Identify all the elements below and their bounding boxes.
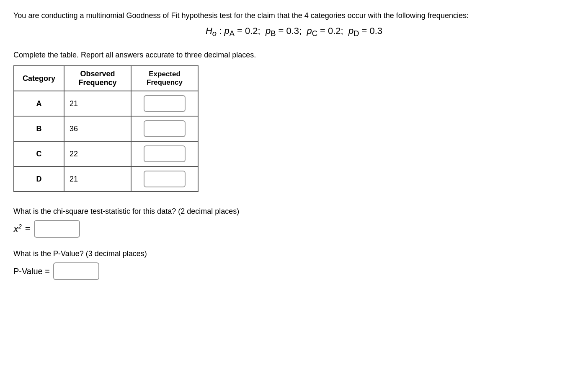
observed-b: 36 xyxy=(64,116,131,141)
table-row: B 36 xyxy=(14,116,198,141)
category-d: D xyxy=(14,166,64,192)
chi-question: What is the chi-square test-statistic fo… xyxy=(13,207,575,216)
expected-b-input[interactable] xyxy=(144,120,186,137)
expected-c-cell xyxy=(131,141,198,166)
chi-answer-input[interactable] xyxy=(34,220,80,238)
table-row: C 22 xyxy=(14,141,198,166)
hypothesis-display: Ho : pA = 0.2; pB = 0.3; pC = 0.2; pD = … xyxy=(13,26,575,38)
observed-d: 21 xyxy=(64,166,131,192)
observed-c: 22 xyxy=(64,141,131,166)
category-c: C xyxy=(14,141,64,166)
frequency-table: Category ObservedFrequency ExpectedFrequ… xyxy=(13,65,199,192)
chi-equation: x2 = xyxy=(13,220,575,238)
expected-d-cell xyxy=(131,166,198,192)
complete-instruction: Complete the table. Report all answers a… xyxy=(13,51,575,60)
table-row: A 21 xyxy=(14,91,198,116)
expected-c-input[interactable] xyxy=(144,145,186,162)
pval-equation: P-Value = xyxy=(13,262,575,280)
chi-equals: = xyxy=(25,223,31,234)
category-b: B xyxy=(14,116,64,141)
col-header-category: Category xyxy=(14,66,64,91)
chi-square-section: What is the chi-square test-statistic fo… xyxy=(13,207,575,238)
pval-label-text: P-Value = xyxy=(13,267,50,276)
table-row: D 21 xyxy=(14,166,198,192)
pval-answer-input[interactable] xyxy=(53,262,99,280)
expected-b-cell xyxy=(131,116,198,141)
category-a: A xyxy=(14,91,64,116)
expected-a-cell xyxy=(131,91,198,116)
observed-a: 21 xyxy=(64,91,131,116)
chi-symbol: x2 xyxy=(13,223,22,235)
expected-d-input[interactable] xyxy=(144,171,186,187)
pvalue-section: What is the P-Value? (3 decimal places) … xyxy=(13,249,575,280)
col-header-observed: ObservedFrequency xyxy=(64,66,131,91)
problem-intro: You are conducting a multinomial Goodnes… xyxy=(13,10,575,21)
expected-a-input[interactable] xyxy=(144,95,186,112)
col-header-expected: ExpectedFrequency xyxy=(131,66,198,91)
pval-question: What is the P-Value? (3 decimal places) xyxy=(13,249,575,258)
